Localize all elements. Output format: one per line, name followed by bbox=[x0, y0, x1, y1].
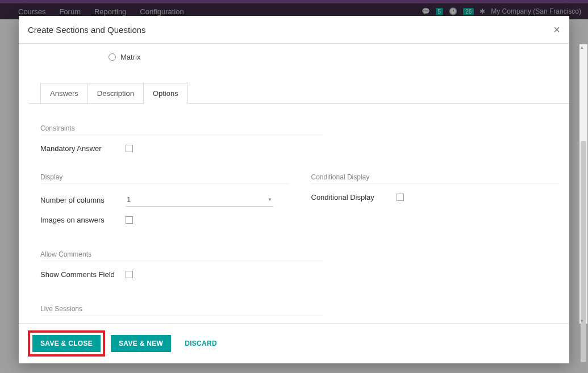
modal-footer: Save & Close Save & New Discard bbox=[19, 323, 569, 363]
radio-icon bbox=[109, 53, 116, 61]
num-columns-label: Number of columns bbox=[40, 196, 120, 204]
images-checkbox[interactable] bbox=[126, 216, 133, 224]
modal-body: Matrix Answers Description Options Const… bbox=[19, 44, 569, 323]
section-constraints: Constraints bbox=[40, 124, 323, 135]
mandatory-label: Mandatory Answer bbox=[40, 144, 120, 153]
create-sections-modal: Create Sections and Questions × Matrix A… bbox=[19, 16, 569, 363]
show-comments-label: Show Comments Field bbox=[40, 270, 120, 279]
conditional-checkbox[interactable] bbox=[397, 194, 404, 201]
modal-title: Create Sections and Questions bbox=[28, 25, 146, 35]
radio-matrix[interactable]: Matrix bbox=[109, 53, 559, 61]
num-columns-value: 1 bbox=[127, 195, 131, 204]
tab-answers[interactable]: Answers bbox=[40, 83, 88, 104]
images-label: Images on answers bbox=[40, 216, 120, 224]
modal-header: Create Sections and Questions × bbox=[19, 16, 569, 44]
save-new-button[interactable]: Save & New bbox=[111, 335, 171, 352]
num-columns-select[interactable]: 1 ▼ bbox=[126, 193, 273, 207]
tab-description[interactable]: Description bbox=[88, 83, 144, 104]
conditional-label: Conditional Display bbox=[311, 193, 391, 202]
section-live: Live Sessions bbox=[40, 305, 323, 316]
save-close-button[interactable]: Save & Close bbox=[32, 335, 101, 352]
section-comments: Allow Comments bbox=[40, 250, 323, 261]
tabs: Answers Description Options bbox=[40, 83, 559, 104]
radio-matrix-label: Matrix bbox=[120, 53, 140, 61]
discard-button[interactable]: Discard bbox=[177, 335, 225, 352]
close-icon[interactable]: × bbox=[553, 24, 560, 35]
chevron-down-icon: ▼ bbox=[268, 197, 272, 202]
section-display: Display bbox=[40, 173, 289, 184]
scrollbar-thumb[interactable] bbox=[581, 141, 586, 362]
modal-overlay: Create Sections and Questions × Matrix A… bbox=[0, 0, 588, 373]
save-close-highlight: Save & Close bbox=[28, 330, 105, 357]
show-comments-checkbox[interactable] bbox=[126, 271, 133, 278]
tab-options[interactable]: Options bbox=[144, 83, 188, 104]
mandatory-checkbox[interactable] bbox=[126, 145, 133, 152]
scrollbar[interactable] bbox=[579, 44, 587, 324]
section-conditional: Conditional Display bbox=[311, 173, 560, 184]
